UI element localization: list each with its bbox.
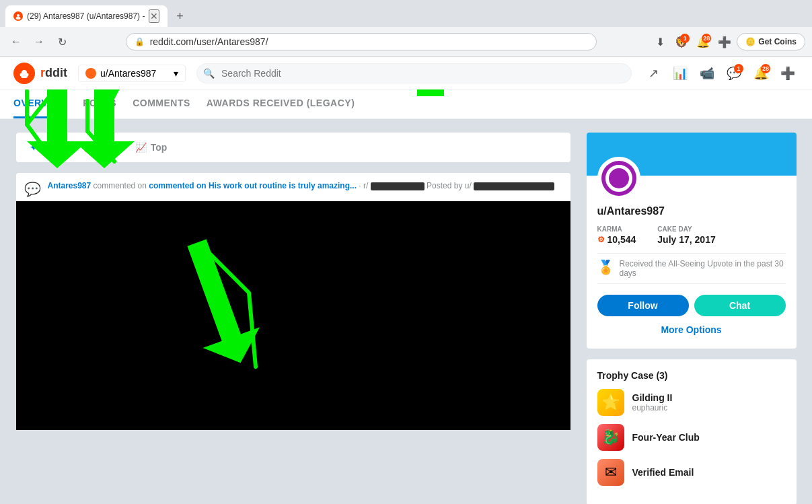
gilding-trophy-sub: euphauric: [632, 403, 673, 412]
tab-comments[interactable]: COMMENTS: [133, 89, 190, 118]
verified-email-trophy-name: Verified Email: [632, 467, 694, 478]
video-button[interactable]: 📹: [696, 63, 718, 84]
karma-stat: Karma ⚙ 10,544: [597, 225, 636, 245]
post-title-link[interactable]: commented on His work out routine is tru…: [149, 181, 357, 190]
reddit-logo-text: rddit: [40, 66, 67, 80]
profile-tabs: OVERVIEW POSTS COMMENTS AWARDS RECEIVED …: [0, 89, 812, 119]
filter-new-label: New: [42, 142, 61, 153]
refresh-button[interactable]: ↻: [52, 32, 71, 51]
create-post-button[interactable]: ➕: [777, 63, 799, 84]
profile-card: u/Antares987 Karma ⚙ 10,544 Cake day: [587, 133, 797, 349]
award-icon: 🏅: [597, 259, 614, 275]
back-button[interactable]: ←: [7, 32, 26, 51]
karma-value: ⚙ 10,544: [597, 234, 636, 245]
tab-close-button[interactable]: ✕: [149, 9, 159, 23]
gilding-trophy-name: Gilding II: [632, 392, 673, 403]
url-input[interactable]: [150, 36, 588, 47]
cake-day-label: Cake day: [657, 225, 715, 233]
filter-hot-label: Hot: [98, 142, 113, 153]
post-meta: Antares987 commented on commented on His…: [48, 180, 555, 192]
filter-top-button[interactable]: 📈 Top: [130, 139, 173, 155]
award-text: Received the All-Seeing Upvote in the pa…: [620, 259, 786, 278]
hot-icon: 🔥: [82, 142, 94, 153]
get-coins-label: Get Coins: [758, 37, 797, 46]
avatar-inner: [601, 161, 636, 196]
avatar-ring: [605, 165, 632, 192]
cake-day-value: July 17, 2017: [657, 234, 715, 245]
cake-day-stat: Cake day July 17, 2017: [657, 225, 715, 245]
new-icon: ✦: [30, 142, 38, 153]
karma-number: 10,544: [607, 234, 636, 245]
search-input[interactable]: [196, 63, 632, 83]
search-container: 🔍: [196, 63, 632, 83]
selected-user: u/Antares987: [100, 68, 156, 79]
post-image-inner: [16, 201, 570, 430]
filter-bar: ✦ New 🔥 Hot 📈 Top: [16, 133, 570, 162]
svg-point-0: [17, 14, 20, 17]
comment-icon: 💬: [24, 181, 41, 197]
chat-button[interactable]: Chat: [694, 295, 786, 316]
chat-badge: 1: [734, 64, 743, 73]
stats-button[interactable]: 📊: [669, 63, 691, 84]
avatar-wrap: [597, 157, 786, 200]
center-content: ✦ New 🔥 Hot 📈 Top 💬: [16, 133, 570, 504]
download-button[interactable]: ⬇: [651, 32, 669, 51]
post-posted-by: Posted by u/: [427, 181, 472, 190]
share-button[interactable]: ↗: [642, 63, 664, 84]
trophy-item-verified-email: ✉ Verified Email: [597, 459, 786, 486]
post-poster-redacted: [474, 182, 554, 190]
lock-icon: 🔒: [135, 37, 145, 46]
gilding-trophy-info: Gilding II euphauric: [632, 392, 673, 412]
tab-posts[interactable]: POSTS: [83, 89, 116, 118]
trophy-section: Trophy Case (3) ⭐ Gilding II euphauric 🐉…: [587, 359, 797, 504]
profile-actions: Follow Chat: [597, 295, 786, 316]
four-year-trophy-icon: 🐉: [597, 424, 624, 451]
karma-icon: ⚙: [597, 235, 605, 244]
filter-top-label: Top: [151, 142, 168, 153]
forward-button[interactable]: →: [30, 32, 48, 51]
reddit-logo-icon: [13, 63, 35, 84]
user-selector-chevron: ▾: [174, 68, 178, 79]
profile-username: u/Antares987: [597, 205, 786, 217]
post-author-link[interactable]: Antares987: [48, 181, 91, 190]
notification-button[interactable]: 🔔 28: [750, 63, 772, 84]
post-subreddit-prefix: · r/: [359, 181, 368, 190]
more-options-button[interactable]: More Options: [597, 322, 786, 338]
address-bar[interactable]: 🔒: [126, 33, 597, 50]
post-subreddit-redacted: [371, 182, 425, 190]
tab-awards[interactable]: AWARDS RECEIVED (LEGACY): [207, 89, 355, 118]
post-comment-text: commented on: [94, 181, 149, 190]
svg-point-1: [16, 17, 21, 20]
notification-badge: 28: [761, 64, 770, 73]
trophy-item-gilding: ⭐ Gilding II euphauric: [597, 389, 786, 416]
tab-favicon: [13, 11, 23, 21]
karma-label: Karma: [597, 225, 636, 233]
profile-stats: Karma ⚙ 10,544 Cake day July 17, 2017: [597, 225, 786, 245]
verified-email-trophy-info: Verified Email: [632, 467, 694, 478]
new-tab-button[interactable]: +: [170, 7, 189, 26]
alert-badge: 28: [702, 34, 711, 43]
extension-brave-button[interactable]: 🦁 1: [672, 32, 691, 51]
get-coins-button[interactable]: 🪙 Get Coins: [737, 33, 805, 50]
four-year-trophy-info: Four-Year Club: [632, 432, 700, 443]
tab-title: (29) Antares987 (u/Antares987) -: [27, 11, 145, 21]
brave-badge: 1: [680, 34, 690, 43]
top-icon: 📈: [135, 142, 147, 153]
gilding-trophy-icon: ⭐: [597, 389, 624, 416]
verified-email-trophy-icon: ✉: [597, 459, 624, 486]
filter-hot-button[interactable]: 🔥 Hot: [77, 139, 118, 155]
post-image[interactable]: [16, 201, 570, 430]
follow-button[interactable]: Follow: [597, 295, 689, 316]
trophy-item-four-year: 🐉 Four-Year Club: [597, 424, 786, 451]
extension-alert-button[interactable]: 🔔 28: [694, 32, 712, 51]
award-notice: 🏅 Received the All-Seeing Upvote in the …: [597, 253, 786, 284]
reddit-logo[interactable]: rddit: [13, 63, 67, 84]
user-selector[interactable]: u/Antares987 ▾: [78, 65, 186, 82]
chat-button[interactable]: 💬 1: [723, 63, 745, 84]
coins-icon: 🪙: [745, 37, 755, 46]
post-item: 💬 Antares987 commented on commented on H…: [16, 173, 570, 430]
active-tab[interactable]: (29) Antares987 (u/Antares987) - ✕: [5, 5, 168, 27]
new-profile-button[interactable]: ➕: [715, 32, 734, 51]
filter-new-button[interactable]: ✦ New: [24, 139, 67, 155]
tab-overview[interactable]: OVERVIEW: [13, 89, 67, 118]
